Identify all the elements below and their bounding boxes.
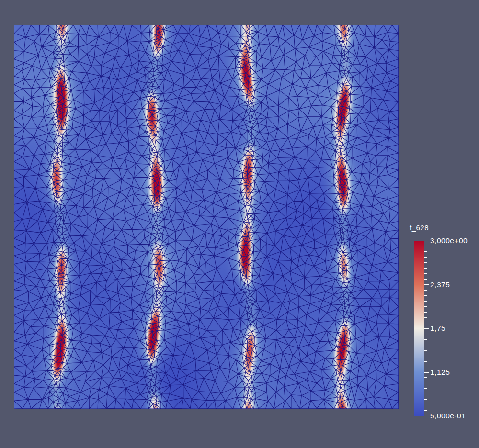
colorbar-label: 3,000e+00: [430, 236, 468, 245]
colorbar-minor-tick: [424, 388, 427, 389]
colorbar-major-tick: [424, 328, 429, 329]
colorbar-major-tick: [424, 241, 429, 242]
colorbar-title: f_628: [410, 224, 429, 232]
colorbar-minor-tick: [424, 383, 427, 383]
render-view: f_628 3,000e+002,3751,751,1255,000e-01: [0, 0, 479, 448]
colorbar-major-tick: [424, 372, 429, 373]
colorbar-label: 1,125: [430, 368, 450, 377]
colorbar-label: 2,375: [430, 280, 450, 289]
colorbar-minor-tick: [424, 246, 427, 246]
colorbar-minor-tick: [424, 394, 427, 394]
colorbar-minor-tick: [424, 262, 427, 263]
colorbar-gradient[interactable]: [414, 241, 424, 416]
colorbar-minor-tick: [424, 410, 427, 411]
colorbar-major-tick: [424, 416, 429, 417]
colorbar-minor-tick: [424, 361, 427, 361]
colorbar-minor-tick: [424, 301, 427, 301]
colorbar-minor-tick: [424, 257, 427, 258]
colorbar-minor-tick: [424, 273, 427, 274]
colorbar-minor-tick: [424, 345, 427, 345]
colorbar-minor-tick: [424, 312, 427, 312]
colorbar-minor-tick: [424, 367, 427, 367]
colorbar-minor-tick: [424, 377, 427, 378]
colorbar-minor-tick: [424, 290, 427, 290]
colorbar-minor-tick: [424, 399, 427, 400]
colorbar-minor-tick: [424, 405, 427, 405]
colorbar-label: 1,75: [430, 324, 445, 333]
colorbar-label: 5,000e-01: [430, 412, 466, 420]
colorbar-minor-tick: [424, 268, 427, 269]
mesh-render-canvas[interactable]: [14, 25, 399, 409]
colorbar-minor-tick: [424, 251, 427, 252]
colorbar-major-tick: [424, 284, 429, 285]
colorbar-minor-tick: [424, 317, 427, 318]
colorbar-minor-tick: [424, 306, 427, 307]
colorbar-minor-tick: [424, 295, 427, 296]
colorbar-minor-tick: [424, 350, 427, 350]
colorbar-minor-tick: [424, 279, 427, 280]
colorbar-minor-tick: [424, 339, 427, 339]
colorbar-minor-tick: [424, 334, 427, 334]
colorbar-minor-tick: [424, 356, 427, 356]
colorbar-minor-tick: [424, 323, 427, 323]
